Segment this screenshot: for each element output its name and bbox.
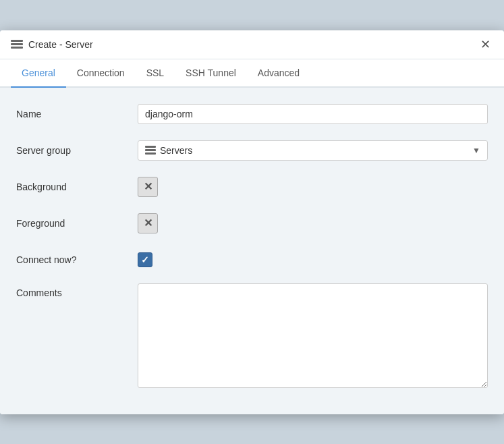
foreground-label: Foreground bbox=[16, 218, 138, 229]
server-group-value: Servers bbox=[160, 145, 472, 156]
connect-now-control: ✓ bbox=[138, 252, 488, 267]
dialog-title-text: Create - Server bbox=[28, 39, 93, 50]
connect-now-label: Connect now? bbox=[16, 254, 138, 265]
checkmark-icon: ✓ bbox=[141, 254, 149, 265]
background-row: Background ✕ bbox=[16, 174, 488, 200]
dialog-header: Create - Server ✕ bbox=[0, 30, 504, 59]
tab-bar: General Connection SSL SSH Tunnel Advanc… bbox=[0, 59, 504, 88]
connect-now-checkbox[interactable]: ✓ bbox=[138, 252, 152, 267]
form-content: Name Server group Servers ▼ bbox=[0, 88, 504, 414]
tab-connection[interactable]: Connection bbox=[66, 59, 136, 88]
server-group-row: Server group Servers ▼ bbox=[16, 138, 488, 163]
server-group-icon bbox=[145, 146, 156, 155]
dialog-title: Create - Server bbox=[11, 39, 93, 50]
name-control bbox=[138, 104, 488, 124]
tab-ssl[interactable]: SSL bbox=[136, 59, 175, 88]
connect-now-row: Connect now? ✓ bbox=[16, 247, 488, 273]
server-icon bbox=[11, 40, 23, 49]
name-label: Name bbox=[16, 109, 138, 119]
close-button[interactable]: ✕ bbox=[478, 37, 493, 52]
tab-ssh-tunnel[interactable]: SSH Tunnel bbox=[175, 59, 247, 88]
name-row: Name bbox=[16, 101, 488, 127]
tab-advanced[interactable]: Advanced bbox=[247, 59, 310, 88]
foreground-color-button[interactable]: ✕ bbox=[138, 213, 158, 233]
tab-general[interactable]: General bbox=[11, 59, 66, 88]
comments-row: Comments bbox=[16, 283, 488, 390]
server-group-control: Servers ▼ bbox=[138, 140, 488, 161]
foreground-control: ✕ bbox=[138, 213, 488, 233]
background-color-button[interactable]: ✕ bbox=[138, 177, 158, 197]
comments-textarea[interactable] bbox=[138, 283, 488, 388]
comments-label: Comments bbox=[16, 283, 138, 298]
create-server-dialog: Create - Server ✕ General Connection SSL… bbox=[0, 30, 504, 414]
foreground-row: Foreground ✕ bbox=[16, 211, 488, 236]
background-control: ✕ bbox=[138, 177, 488, 197]
background-label: Background bbox=[16, 182, 138, 192]
comments-control bbox=[138, 283, 488, 390]
chevron-down-icon: ▼ bbox=[472, 146, 480, 155]
server-group-select[interactable]: Servers ▼ bbox=[138, 140, 488, 161]
name-input[interactable] bbox=[138, 104, 488, 124]
server-group-label: Server group bbox=[16, 145, 138, 156]
